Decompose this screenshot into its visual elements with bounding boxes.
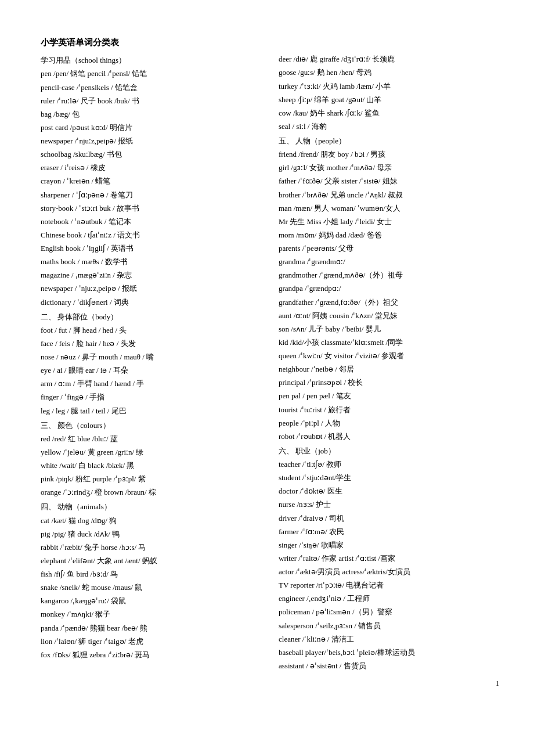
right-entry-22: queen /ˈkwiːn/ 女 visitor /ˈvizitə/ 参观者: [279, 349, 499, 362]
left-entry-3: ruler /ˈruːlə/ 尺子 book /buk/ 书: [41, 94, 261, 107]
right-entry-2: turkey /ˈtɜːki/ 火鸡 lamb /læm/ 小羊: [279, 80, 499, 93]
right-entry-40: engineer /ˌendʒiˈniə / 工程师: [279, 592, 499, 605]
right-entry-32: doctor /ˈdɒktə/ 医生: [279, 484, 499, 498]
right-entry-8: girl /gɜːl/ 女孩 mother /ˈmʌðə/ 母亲: [279, 161, 499, 174]
right-entry-6: 五、 人物（people）: [279, 134, 499, 147]
left-entry-14: English book / ˈiŋgliʃ / 英语书: [41, 242, 261, 255]
left-entry-8: eraser / iˈreisə / 橡皮: [41, 161, 261, 174]
left-entry-37: elephant /ˈelifənt/ 大象 ant /ænt/ 蚂蚁: [41, 554, 261, 567]
right-entry-34: driver /ˈdraivə / 司机: [279, 512, 499, 525]
right-entry-17: grandpa /ˈgrændpɑː/: [279, 282, 499, 295]
left-entry-42: panda /ˈpændə/ 熊猫 bear /beə/ 熊: [41, 621, 261, 635]
left-entry-40: kangaroo /ˌkæŋgəˈruː/ 袋鼠: [41, 594, 261, 607]
left-entry-28: red /red/ 红 blue /bluː/ 蓝: [41, 432, 261, 445]
left-entry-11: story-book / ˈstɔːri buk / 故事书: [41, 201, 261, 215]
right-entry-1: goose /guːs/ 鹅 hen /hen/ 母鸡: [279, 66, 499, 79]
right-entry-43: cleaner /ˈkliːnə / 清洁工: [279, 632, 499, 646]
right-entry-18: grandfather /ˈgrænd,fɑːðə/（外）祖父: [279, 296, 499, 309]
left-entry-43: lion /ˈlaiən/ 狮 tiger /ˈtaigə/ 老虎: [41, 635, 261, 648]
right-entry-26: tourist /ˈtuːrist / 旅行者: [279, 403, 499, 416]
right-entry-3: sheep /ʃiːp/ 绵羊 goat /gəut/ 山羊: [279, 93, 499, 106]
right-entry-24: principal /ˈprinsəpəl / 校长: [279, 376, 499, 389]
right-entry-45: assistant / əˈsistənt / 售货员: [279, 659, 499, 672]
right-entry-37: writer /ˈraitə/ 作家 artist /ˈɑːtist /画家: [279, 552, 499, 565]
left-column: 学习用品（school things）pen /pen/ 钢笔 pencil /…: [41, 52, 261, 672]
left-entry-0: 学习用品（school things）: [41, 53, 261, 67]
left-entry-7: schoolbag /skuːlbæg/ 书包: [41, 147, 261, 161]
right-entry-11: man /mæn/ 男人 woman/ ˈwumən/女人: [279, 201, 499, 215]
page-number: 1: [496, 678, 499, 690]
right-entry-35: farmer /ˈfɑːmə/ 农民: [279, 525, 499, 538]
left-entry-19: 二、 身体部位（body）: [41, 310, 261, 323]
right-entry-25: pen pal / pen pæl / 笔友: [279, 389, 499, 402]
left-entry-44: fox /fɒks/ 狐狸 zebra /ˈziːbrə/ 斑马: [41, 648, 261, 661]
right-entry-41: policeman / pəˈliːsmən /（男）警察: [279, 605, 499, 618]
right-entry-23: neighbour /ˈneibə / 邻居: [279, 362, 499, 376]
page: 小学英语单词分类表 学习用品（school things）pen /pen/ 钢…: [41, 35, 499, 672]
right-entry-20: son /sʌn/ 儿子 baby /ˈbeibi/ 婴儿: [279, 322, 499, 336]
two-column-layout: 学习用品（school things）pen /pen/ 钢笔 pencil /…: [41, 52, 499, 672]
right-entry-36: singer /ˈsiŋə/ 歌唱家: [279, 538, 499, 552]
right-entry-4: cow /kau/ 奶牛 shark /ʃɑːk/ 鲨鱼: [279, 106, 499, 120]
right-entry-13: mom /mɒm/ 妈妈 dad /dæd/ 爸爸: [279, 228, 499, 242]
right-entry-19: aunt /ɑːnt/ 阿姨 cousin /ˈkʌzn/ 堂兄妹: [279, 309, 499, 322]
page-title: 小学英语单词分类表: [41, 35, 499, 50]
right-entry-28: robot /ˈrəubɒt / 机器人: [279, 430, 499, 443]
left-entry-25: finger / ˈfiŋgə / 手指: [41, 390, 261, 404]
left-entry-10: sharpener / ˈʃɑːpənə / 卷笔刀: [41, 188, 261, 201]
left-entry-26: leg / leg / 腿 tail / teil / 尾巴: [41, 404, 261, 417]
right-entry-16: grandmother /ˈgrænd,mʌðə/（外）祖母: [279, 268, 499, 282]
left-entry-31: pink /piŋk/ 粉红 purple /ˈpɜːpl/ 紫: [41, 472, 261, 485]
right-entry-38: actor /ˈæktə/男演员 actress/ˈæktris/女演员: [279, 565, 499, 578]
left-entry-30: white /wait/ 白 black /blæk/ 黑: [41, 459, 261, 472]
left-entry-18: dictionary / ˈdikʃəneri / 词典: [41, 296, 261, 309]
right-entry-0: deer /diə/ 鹿 giraffe /dʒiˈrɑːf/ 长颈鹿: [279, 52, 499, 66]
right-entry-14: parents /ˈpeərənts/ 父母: [279, 242, 499, 255]
left-entry-12: notebook / ˈnəutbuk / 笔记本: [41, 215, 261, 228]
left-entry-39: snake /sneik/ 蛇 mouse /maus/ 鼠: [41, 581, 261, 594]
left-entry-15: maths book / mæθs / 数学书: [41, 255, 261, 268]
left-entry-17: newspaper / ˈnjuːz,peipə / 报纸: [41, 282, 261, 295]
right-entry-39: TV reporter /riˈpɔːtə/ 电视台记者: [279, 578, 499, 592]
left-entry-1: pen /pen/ 钢笔 pencil /ˈpensl/ 铅笔: [41, 67, 261, 80]
right-entry-9: father /ˈfɑːðə/ 父亲 sister /ˈsistə/ 姐妹: [279, 174, 499, 188]
left-entry-29: yellow /ˈjeləu/ 黄 green /griːn/ 绿: [41, 445, 261, 459]
right-entry-12: Mr 先生 Miss 小姐 lady /ˈleidi/ 女士: [279, 215, 499, 228]
left-entry-21: face / feis / 脸 hair / heə / 头发: [41, 337, 261, 350]
left-entry-16: magazine / ˌmægəˈziːn / 杂志: [41, 268, 261, 282]
left-entry-9: crayon / ˈkreiən / 蜡笔: [41, 174, 261, 188]
right-entry-29: 六、 职业（job）: [279, 444, 499, 458]
right-entry-44: baseball player/ˈbeis,bɔːl ˈpleiə/棒球运动员: [279, 646, 499, 659]
left-entry-38: fish /fiʃ/ 鱼 bird /bɜːd/ 鸟: [41, 567, 261, 581]
left-entry-27: 三、 颜色（colours）: [41, 419, 261, 432]
left-entry-13: Chinese book / tʃaiˈniːz / 语文书: [41, 228, 261, 242]
left-entry-20: foot / fut / 脚 head / hed / 头: [41, 323, 261, 337]
left-entry-6: newspaper /ˈnjuːz,peipə/ 报纸: [41, 134, 261, 147]
right-column: deer /diə/ 鹿 giraffe /dʒiˈrɑːf/ 长颈鹿goose…: [279, 52, 499, 672]
left-entry-2: pencil-case /ˈpenslkeis / 铅笔盒: [41, 81, 261, 94]
left-entry-35: pig /pig/ 猪 duck /dʌk/ 鸭: [41, 527, 261, 541]
left-entry-33: 四、 动物（animals）: [41, 500, 261, 513]
right-entry-42: salesperson /ˈseilz,pɜːsn / 销售员: [279, 619, 499, 632]
left-entry-5: post card /pəust kɑːd/ 明信片: [41, 121, 261, 134]
right-entry-33: nurse /nɜːs/ 护士: [279, 498, 499, 511]
left-entry-36: rabbit /ˈræbit/ 兔子 horse /hɔːs/ 马: [41, 541, 261, 554]
right-entry-21: kid /kid/小孩 classmate/ˈklɑːsmeit /同学: [279, 336, 499, 349]
right-entry-15: grandma /ˈgrændmɑː/: [279, 255, 499, 268]
right-entry-7: friend /frend/ 朋友 boy / bɔi / 男孩: [279, 147, 499, 161]
right-entry-31: student /ˈstjuːdənt/学生: [279, 471, 499, 484]
right-entry-27: people /ˈpiːpl / 人物: [279, 416, 499, 430]
left-entry-41: monkey /ˈmʌŋki/ 猴子: [41, 607, 261, 621]
left-entry-4: bag /bæg/ 包: [41, 107, 261, 121]
left-entry-34: cat /kæt/ 猫 dog /dɒg/ 狗: [41, 514, 261, 527]
right-entry-10: brother /ˈbrʌðə/ 兄弟 uncle /ˈʌŋkl/ 叔叔: [279, 188, 499, 201]
right-entry-5: seal / siːl / 海豹: [279, 120, 499, 133]
right-entry-30: teacher /ˈtiːtʃə/ 教师: [279, 458, 499, 471]
left-entry-24: arm / ɑːm / 手臂 hand / hænd / 手: [41, 377, 261, 390]
left-entry-23: eye / ai / 眼睛 ear / iə / 耳朵: [41, 363, 261, 377]
left-entry-32: orange /ˈɔːrindʒ/ 橙 brown /braun/ 棕: [41, 485, 261, 499]
left-entry-22: nose / nəuz / 鼻子 mouth / mauθ / 嘴: [41, 350, 261, 363]
